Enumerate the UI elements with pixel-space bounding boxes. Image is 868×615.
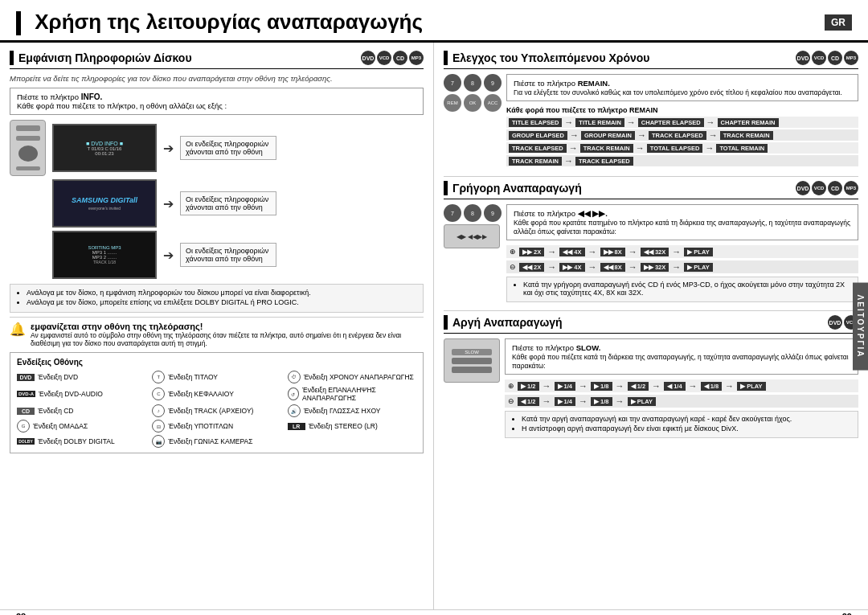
- slow-press-key: SLOW.: [576, 343, 601, 352]
- slow-arr2: →: [579, 381, 588, 391]
- left-column: Εμφάνιση Πληροφοριών Δίσκου DVD VCD CD M…: [0, 43, 434, 609]
- slow-remote-mock: SLOW: [444, 338, 500, 383]
- fast-arr8: →: [672, 262, 681, 272]
- slow-arr1: →: [542, 381, 551, 391]
- samsung-logo: SAMSUNG DIGITall: [72, 196, 137, 204]
- warning-area: 🔔 εμφανίζεται στην οθόνη της τηλεόρασης!…: [10, 317, 424, 347]
- track-icon: ♪: [152, 404, 165, 417]
- display-section: Ενδείξεις Οθόνης DVD Ένδειξη DVD T Ένδει…: [10, 352, 424, 453]
- backward-icon: ⊖: [510, 263, 516, 271]
- remain-text-area: Πιέστε το πλήκτρο REMAIN. Για να ελέγξετ…: [506, 74, 858, 168]
- audio-icon: 🔊: [288, 404, 301, 417]
- subtitle-label: Ένδειξη ΥΠΟΤΙΤΛΩΝ: [168, 422, 233, 430]
- slow-note-list: Κατά την αργή αναπαραγωγή και την αναπαρ…: [512, 415, 851, 433]
- slow-bwd-icon: ⊖: [508, 397, 514, 405]
- info-key-text: INFO.: [81, 92, 103, 101]
- slow-btn-top: SLOW: [452, 349, 492, 355]
- fast-note: Κατά την γρήγορη αναπαραγωγή ενός CD ή ε…: [506, 277, 858, 302]
- fast-32x-fwd: ◀◀ 32X: [641, 248, 669, 256]
- display-item-audio: 🔊 Ένδειξη ΓΛΩΣΣΑΣ ΗΧΟΥ: [288, 404, 416, 417]
- title-text: Χρήση της λειτουργίας αναπαραγωγής: [35, 10, 423, 34]
- disc-icon-mp3: MP3: [409, 51, 424, 65]
- arrow-1a: →: [564, 117, 573, 127]
- fast-desc: Κάθε φορά που κρατάτε πατημένο το πλήκτρ…: [514, 219, 850, 236]
- fast-section-icons: DVD VCD CD MP3: [796, 181, 858, 195]
- warning-title: εμφανίζεται στην οθόνη της τηλεόρασης!: [31, 322, 203, 331]
- callout-box-3: Οι ενδείξεις πληροφοριών χάνονται από τη…: [180, 243, 276, 267]
- dvdaudio-label: Ένδειξη DVD-AUDIO: [39, 390, 103, 398]
- callout-box-2: Οι ενδείξεις πληροφοριών χάνονται από τη…: [180, 191, 276, 215]
- disc-icon-dvd: DVD: [361, 51, 375, 65]
- info-press-box: Πιέστε το πλήκτρο INFO. Κάθε φορά που πι…: [10, 88, 424, 115]
- title-icon: T: [152, 371, 165, 383]
- badge-track-elapsed-2: TRACK ELAPSED: [649, 131, 706, 140]
- slow-arr3: →: [616, 381, 624, 391]
- slow-content: SLOW Πιέστε το πλήκτρο SLOW. Κάθε φορά π…: [444, 338, 858, 438]
- callout-text-1: Οι ενδείξεις πληροφοριών χάνονται από τη…: [186, 140, 268, 156]
- screen-row-3: SORTING MP3 MP3 1 ....... MP3 2 ....... …: [10, 231, 424, 279]
- remote-image-1: [10, 120, 46, 176]
- btn-9: 9: [484, 74, 502, 92]
- fast-32x-bwd: ▶▶ 32X: [641, 263, 669, 272]
- remain-remote: 7 8 9 REM OK ACC: [444, 74, 502, 168]
- display-item-time: ⏱ Ένδειξη ΧΡΟΝΟΥ ΑΝΑΠΑΡΑΓΩΓΗΣ: [288, 371, 416, 383]
- slow-arr8: →: [579, 396, 588, 406]
- info-press-text: Πιέστε το πλήκτρο: [17, 92, 79, 101]
- screen-row-1: ■ DVD INFO ■ T 01/03 C 01/16 00:01:23 ➔ …: [10, 120, 424, 176]
- screen-mock-3: SORTING MP3 MP3 1 ....... MP3 2 ....... …: [52, 231, 157, 279]
- fast-btn-7: 7: [444, 204, 461, 222]
- fast-4x-fwd: ◀◀ 4X: [559, 248, 584, 256]
- slow-note-item-2: Η αντίστροφη αργή αναπαραγωγή δεν είναι …: [522, 424, 851, 433]
- slow-backward-row: ⊖ ◀ 1/2 → ▶ 1/4 → ▶ 1/8 → ▶ PLAY: [505, 395, 858, 408]
- divider-2: [444, 310, 858, 311]
- fast-8x-bwd: ◀◀ 8X: [600, 263, 625, 272]
- badge-total-elapsed: TOTAL ELAPSED: [647, 144, 703, 153]
- slow-arr6: →: [725, 381, 734, 391]
- chapter-label: Ένδειξη ΚΕΦΑΛΑΙΟΥ: [168, 390, 233, 398]
- left-intro-text: Μπορείτε να δείτε τις πληροφορίες για το…: [10, 74, 424, 83]
- each-press-label: Κάθε φορά που πιέζετε το πλήκτρο REMAIN: [506, 106, 858, 114]
- right-column: Ελεγχος του Υπολειπόμενου Χρόνου DVD VCD…: [434, 43, 868, 609]
- fast-section: Γρήγορη Αναπαραγωγή DVD VCD CD MP3 7 8 9: [444, 181, 858, 302]
- slow-arr4: →: [652, 381, 661, 391]
- repeat-label: Ένδειξη ΕΠΑΝΑΛΗΨΗΣ ΑΝΑΠΑΡΑΓΩΓΗΣ: [302, 386, 416, 402]
- forward-icon: ⊕: [510, 248, 516, 256]
- title-bar-icon: [16, 11, 21, 35]
- slow-info-box: Πιέστε το πλήκτρο SLOW. Κάθε φορά που πι…: [505, 338, 858, 375]
- fast-text-area: Πιέστε το πλήκτρο ◀◀ ▶▶. Κάθε φορά που κ…: [506, 204, 858, 302]
- page-number-left: 28: [16, 612, 26, 615]
- slow-arr9: →: [616, 396, 624, 406]
- fast-note-item: Κατά την γρήγορη αναπαραγωγή ενός CD ή ε…: [523, 281, 851, 297]
- camera-icon: 📷: [152, 435, 165, 448]
- cd-badge: CD: [17, 408, 35, 415]
- fast-2x-fwd: ▶▶ 2X: [519, 248, 544, 256]
- remain-info-box: Πιέστε το πλήκτρο REMAIN. Για να ελέγξετ…: [506, 74, 858, 101]
- page-numbers: 28 29: [0, 609, 868, 615]
- callout-box-1: Οι ενδείξεις πληροφοριών χάνονται από τη…: [180, 136, 276, 160]
- fast-content: 7 8 9 ◀▶ ◀◀▶▶ Πιέστε το πλήκτρο ◀◀ ▶▶. Κ…: [444, 204, 858, 302]
- slow-section-bar: [444, 315, 448, 330]
- display-item-cd: CD Ένδειξη CD: [17, 404, 145, 417]
- display-item-subtitle: ⊟ Ένδειξη ΥΠΟΤΙΤΛΩΝ: [152, 420, 280, 433]
- section-bar-icon-2: [444, 51, 448, 65]
- fast-arr4: →: [672, 247, 681, 256]
- group-icon: G: [17, 420, 30, 433]
- disc-icon-dvd-r: DVD: [796, 51, 810, 65]
- fast-arr2: →: [588, 247, 597, 256]
- arrow-1c: →: [706, 117, 715, 127]
- disc-icon-cd-r: CD: [828, 51, 842, 65]
- remain-row-2: GROUP ELAPSED → GROUP REMAIN → TRACK ELA…: [506, 129, 858, 141]
- slow-arr5: →: [689, 381, 698, 391]
- disc-icon-vcd-r: VCD: [812, 51, 826, 65]
- camera-label: Ένδειξη ΓΩΝΙΑΣ ΚΑΜΕΡΑΣ: [168, 437, 252, 445]
- fast-section-title: Γρήγορη Αναπαραγωγή: [452, 182, 582, 195]
- audio-label: Ένδειξη ΓΛΩΣΣΑΣ ΗΧΟΥ: [304, 407, 381, 415]
- slow-press-label: Πιέστε το πλήκτρο: [512, 343, 574, 352]
- badge-track-remain-3: TRACK REMAIN: [580, 144, 633, 153]
- display-item-track: ♪ Ένδειξη TRACK (ΑΡΧΕΙΟΥ): [152, 404, 280, 417]
- arrow-icon-2: ➔: [163, 196, 174, 211]
- display-item-dvd: DVD Ένδειξη DVD: [17, 371, 145, 383]
- display-item-group: G Ένδειξη ΟΜΑΔΑΣ: [17, 420, 145, 433]
- note-item-1: Ανάλογα με τον δίσκο, η εμφάνιση πληροφο…: [27, 289, 416, 297]
- arrow-2a: →: [570, 130, 579, 140]
